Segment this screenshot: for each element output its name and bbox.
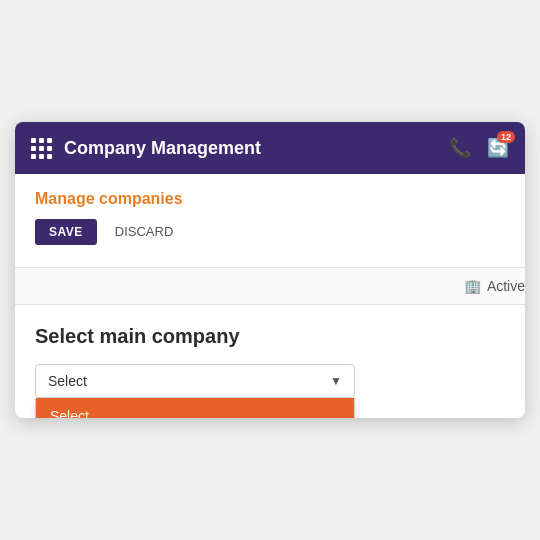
topbar-icons: 📞 🔄 12 — [449, 137, 509, 159]
page-content: Manage companies SAVE DISCARD — [15, 174, 525, 255]
discard-button[interactable]: DISCARD — [107, 218, 182, 245]
notification-badge: 12 — [497, 131, 515, 143]
company-dropdown[interactable]: Select ▼ — [35, 364, 355, 398]
status-bar: 🏢 Active — [15, 267, 525, 305]
dropdown-option-select[interactable]: Select — [36, 398, 354, 418]
app-title: Company Management — [64, 138, 437, 159]
active-label: Active — [487, 278, 525, 294]
action-bar: SAVE DISCARD — [35, 218, 505, 245]
grid-icon[interactable] — [31, 138, 52, 159]
active-badge: 🏢 Active — [464, 278, 525, 294]
dropdown-selected-text: Select — [48, 373, 87, 389]
topbar: Company Management 📞 🔄 12 — [15, 122, 525, 174]
main-window: Company Management 📞 🔄 12 Manage compani… — [15, 122, 525, 418]
building-icon: 🏢 — [464, 278, 481, 294]
chevron-down-icon: ▼ — [330, 374, 342, 388]
phone-icon[interactable]: 📞 — [449, 137, 471, 159]
page-title: Manage companies — [35, 190, 505, 208]
dropdown-list: Select Abble Inc. BetaCity ION Solutions… — [35, 398, 355, 418]
form-title: Select main company — [35, 325, 505, 348]
dropdown-wrapper: Select ▼ Select Abble Inc. BetaCity ION … — [35, 364, 355, 398]
notification-wrapper: 🔄 12 — [487, 137, 509, 159]
form-area: Select main company Select ▼ Select Abbl… — [15, 305, 525, 418]
save-button[interactable]: SAVE — [35, 219, 97, 245]
